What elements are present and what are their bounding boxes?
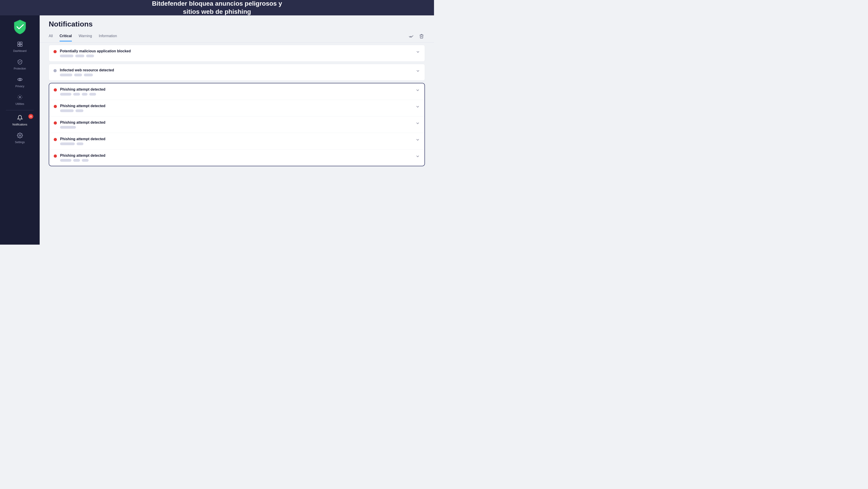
- notification-left: Phishing attempt detected: [54, 121, 415, 129]
- privacy-label: Privacy: [16, 85, 24, 88]
- notifications-label: Notifications: [12, 123, 27, 126]
- tab-critical[interactable]: Critical: [60, 34, 72, 41]
- chevron-down-icon: [415, 104, 420, 110]
- meta-pill: [60, 109, 74, 112]
- meta-pill: [75, 55, 84, 57]
- meta-pill: [60, 159, 71, 162]
- notification-left: Potentially malicious application blocke…: [54, 49, 416, 57]
- sidebar-item-settings[interactable]: Settings: [0, 129, 40, 147]
- notification-title-phishing-4: Phishing attempt detected: [60, 137, 415, 141]
- notification-item-phishing-3[interactable]: Phishing attempt detected: [49, 117, 425, 133]
- notification-content: Potentially malicious application blocke…: [60, 49, 416, 57]
- notification-item-phishing-4[interactable]: Phishing attempt detected: [49, 133, 425, 150]
- settings-label: Settings: [15, 141, 25, 144]
- chevron-down-icon: [415, 137, 420, 143]
- chevron-down-icon: [415, 154, 420, 160]
- notification-content: Phishing attempt detected: [60, 154, 415, 162]
- notification-left: Infected web resource detected: [54, 68, 416, 76]
- notifications-icon: [17, 115, 23, 122]
- app-container: Dashboard Protection: [0, 15, 434, 244]
- protection-label: Protection: [13, 67, 26, 70]
- sidebar-item-protection[interactable]: Protection: [0, 56, 40, 73]
- svg-rect-3: [20, 44, 22, 46]
- sidebar-nav: Dashboard Protection: [0, 38, 40, 147]
- utilities-icon: [17, 94, 23, 101]
- shield-icon: [12, 19, 28, 35]
- sidebar-item-dashboard[interactable]: Dashboard: [0, 38, 40, 56]
- notification-title-phishing-1: Phishing attempt detected: [60, 88, 415, 92]
- meta-pill: [60, 126, 76, 129]
- sidebar-item-privacy[interactable]: Privacy: [0, 73, 40, 91]
- status-dot-red: [54, 155, 57, 158]
- notification-content: Phishing attempt detected: [60, 104, 415, 112]
- banner-text: Bitdefender bloquea anuncios peligrosos …: [152, 0, 282, 16]
- tab-all[interactable]: All: [49, 34, 53, 41]
- meta-pill: [73, 159, 80, 162]
- status-dot-red: [54, 105, 57, 108]
- top-banner: Bitdefender bloquea anuncios peligrosos …: [0, 0, 434, 15]
- notifications-list: Potentially malicious application blocke…: [40, 42, 434, 244]
- status-dot-gray: [54, 69, 57, 72]
- notification-meta: [60, 109, 415, 112]
- settings-icon: [17, 132, 23, 139]
- notification-content: Phishing attempt detected: [60, 121, 415, 129]
- notification-left: Phishing attempt detected: [54, 104, 415, 112]
- notification-item-infected-web[interactable]: Infected web resource detected: [49, 64, 425, 80]
- notification-content: Infected web resource detected: [60, 68, 416, 76]
- notification-title-phishing-5: Phishing attempt detected: [60, 154, 415, 158]
- svg-point-7: [19, 135, 21, 136]
- notification-title-malicious: Potentially malicious application blocke…: [60, 49, 416, 53]
- chevron-down-icon: [416, 69, 420, 74]
- dashboard-label: Dashboard: [13, 50, 27, 53]
- tab-warning[interactable]: Warning: [79, 34, 92, 41]
- notification-item-phishing-2[interactable]: Phishing attempt detected: [49, 100, 425, 117]
- notification-left: Phishing attempt detected: [54, 137, 415, 145]
- notification-meta: [60, 142, 415, 145]
- meta-pill: [60, 93, 71, 96]
- notification-left: Phishing attempt detected: [54, 88, 415, 96]
- meta-pill: [73, 93, 80, 96]
- delete-all-button[interactable]: [418, 33, 425, 40]
- chevron-down-icon: [415, 121, 420, 127]
- notification-meta: [60, 74, 416, 76]
- notification-item-phishing-1[interactable]: Phishing attempt detected: [49, 83, 425, 100]
- mark-all-read-button[interactable]: [408, 33, 414, 40]
- privacy-icon: [17, 76, 23, 83]
- meta-pill: [82, 93, 88, 96]
- sidebar-item-notifications[interactable]: 21 Notifications: [0, 112, 40, 129]
- phishing-group: Phishing attempt detected: [49, 83, 425, 166]
- svg-rect-1: [20, 42, 22, 44]
- status-dot-red: [54, 121, 57, 125]
- page-title: Notifications: [49, 20, 425, 28]
- notification-title-phishing-2: Phishing attempt detected: [60, 104, 415, 108]
- meta-pill: [84, 74, 93, 76]
- notification-content: Phishing attempt detected: [60, 88, 415, 96]
- status-dot-red: [54, 88, 57, 92]
- notification-left: Phishing attempt detected: [54, 154, 415, 162]
- tab-information[interactable]: Information: [99, 34, 117, 41]
- status-dot-red: [54, 50, 57, 53]
- sidebar-item-utilities[interactable]: Utilities: [0, 91, 40, 109]
- svg-rect-0: [18, 42, 20, 44]
- notification-content: Phishing attempt detected: [60, 137, 415, 145]
- notification-item-malicious-app[interactable]: Potentially malicious application blocke…: [49, 45, 425, 62]
- notification-item-phishing-5[interactable]: Phishing attempt detected: [49, 150, 425, 166]
- meta-pill: [60, 142, 75, 145]
- protection-icon: [17, 59, 23, 66]
- main-content: Notifications All Critical Warning Infor…: [40, 15, 434, 244]
- tabs-bar: All Critical Warning Information: [40, 31, 434, 42]
- notification-title-phishing-3: Phishing attempt detected: [60, 121, 415, 125]
- meta-pill: [82, 159, 89, 162]
- app-logo: [11, 18, 29, 36]
- notification-count-badge: 21: [28, 114, 33, 119]
- notification-meta: [60, 159, 415, 162]
- meta-pill: [74, 74, 82, 76]
- meta-pill: [86, 55, 94, 57]
- svg-point-5: [19, 79, 21, 80]
- svg-rect-2: [18, 44, 20, 46]
- notification-meta: [60, 93, 415, 96]
- meta-pill: [60, 74, 72, 76]
- dashboard-icon: [17, 41, 23, 48]
- status-dot-red: [54, 138, 57, 141]
- notification-meta: [60, 55, 416, 57]
